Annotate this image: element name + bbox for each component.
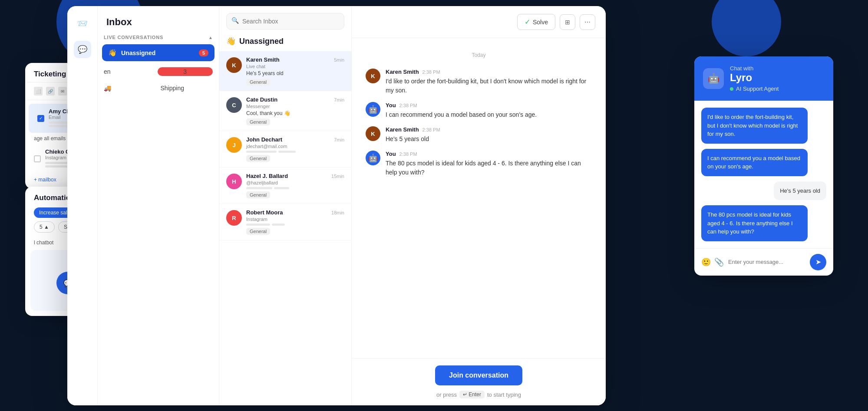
chat-msg-row-3: K Karen Smith 2:38 PM He's 5 years old: [366, 126, 592, 144]
chat-msg-time-4: 2:38 PM: [399, 151, 417, 157]
more-options-btn[interactable]: ⋯: [580, 14, 595, 30]
conv-item-john[interactable]: J John Dechart 7min jdechart@mail.com Ge…: [219, 131, 351, 168]
conv-title-emoji: 👋: [226, 36, 236, 46]
inbox-item-en[interactable]: en 3: [98, 63, 219, 80]
conv-body-robert: Robert Moora 18min Instagram General: [246, 209, 344, 235]
enter-key: ↵ Enter: [459, 391, 485, 398]
unassigned-emoji: 👋: [108, 49, 117, 57]
lyro-status-text: AI Support Agent: [736, 85, 779, 92]
conv-tag-robert: General: [246, 228, 270, 235]
attach-icon[interactable]: 📎: [714, 257, 724, 267]
conv-top-cate: Cate Dustin 7min: [246, 96, 344, 103]
conv-title-text: Unassigned: [239, 37, 284, 46]
live-conv-label: LIVE CONVERSATIONS: [104, 35, 163, 40]
lyro-chat-with: Chat with: [730, 65, 779, 72]
chatbot-label: l chatbot: [34, 240, 53, 246]
conv-source-hazel: @hazeljballard: [246, 180, 344, 185]
solve-label: Solve: [533, 19, 548, 26]
lyro-input-icons-left: 🙂 📎: [701, 257, 724, 267]
chat-msg-row-2: 🤖 You 2:38 PM I can recommend you a mode…: [366, 102, 592, 119]
unassigned-label: Unassigned: [121, 49, 195, 56]
checkbox-chieko[interactable]: [34, 155, 41, 162]
conv-item-hazel[interactable]: H Hazel J. Ballard 15min @hazeljballard …: [219, 168, 351, 204]
conv-lines-hazel: [246, 187, 344, 189]
inbox-title: Inbox: [98, 6, 219, 32]
chat-msg-content-3: Karen Smith 2:38 PM He's 5 years old: [386, 126, 592, 144]
chat-msg-name-2: You: [386, 102, 396, 109]
toolbar-icon-2[interactable]: 🔗: [46, 87, 55, 95]
enter-key-label: ↵ Enter: [463, 391, 481, 398]
lyro-send-button[interactable]: ➤: [810, 254, 826, 270]
chat-area: ✓ Solve ⊞ ⋯ Today K Karen Smith 2:38 PM …: [352, 6, 606, 405]
conv-name-hazel: Hazel J. Ballard: [246, 173, 288, 179]
chat-msg-row-1: K Karen Smith 2:38 PM I'd like to order …: [366, 69, 592, 95]
conv-tag-karen: General: [246, 79, 270, 85]
tag-number[interactable]: 5 ▲: [34, 221, 55, 233]
conv-source-john: jdechart@mail.com: [246, 144, 344, 149]
unassigned-item[interactable]: 👋 Unassigned 5: [102, 44, 215, 61]
search-input[interactable]: [226, 13, 344, 30]
chat-msg-meta-3: Karen Smith 2:38 PM: [386, 126, 592, 133]
chat-msg-text-2: I can recommend you a model based on you…: [386, 110, 592, 119]
lyro-messages: I'd like to order the fort-building kit,…: [694, 101, 833, 248]
to-start-typing-text: to start typing: [487, 391, 521, 398]
lyro-msg-4: The 80 pcs model is ideal for kids aged …: [701, 205, 808, 241]
unassigned-badge: 5: [199, 49, 208, 56]
check-icon: ✓: [525, 18, 530, 26]
chat-msg-meta-4: You 2:38 PM: [386, 151, 592, 157]
lyro-message-input[interactable]: [728, 259, 805, 265]
conv-time-cate: 7min: [334, 97, 344, 102]
conv-avatar-robert: R: [226, 210, 242, 226]
chat-msg-text-3: He's 5 years old: [386, 135, 592, 144]
join-conversation-button[interactable]: Join conversation: [435, 365, 522, 385]
lyro-status: AI Support Agent: [730, 85, 779, 92]
conv-item-robert[interactable]: R Robert Moora 18min Instagram General: [219, 204, 351, 240]
sidebar-icon-inbox[interactable]: 📨: [74, 15, 91, 32]
conv-top-hazel: Hazel J. Ballard 15min: [246, 173, 344, 179]
chat-msg-text-4: The 80 pcs model is ideal for kids aged …: [386, 159, 592, 177]
mailbox-link-text: + mailbox: [34, 177, 56, 183]
conv-item-cate[interactable]: C Cate Dustin 7min Messenger Cool, thank…: [219, 91, 351, 131]
conv-time-karen: 5min: [334, 57, 344, 62]
conv-avatar-karen: K: [226, 57, 242, 73]
chat-msg-name-4: You: [386, 151, 396, 157]
conv-top-karen: Karen Smith 5min: [246, 56, 344, 63]
search-icon: 🔍: [231, 17, 239, 24]
live-conv-header[interactable]: LIVE CONVERSATIONS ▲: [98, 32, 219, 43]
sidebar-icon-chat[interactable]: 💬: [74, 41, 91, 58]
main-panel: 📨 💬 Inbox LIVE CONVERSATIONS ▲ 👋 Unassig…: [67, 6, 606, 405]
chat-msg-avatar-karen-1: K: [366, 69, 380, 83]
toolbar-icon-3[interactable]: ✉: [58, 87, 67, 95]
conv-title: 👋 Unassigned: [219, 35, 351, 51]
conv-lines-robert: [246, 224, 344, 226]
conv-search: 🔍: [219, 6, 351, 35]
transfer-icon-btn[interactable]: ⊞: [560, 14, 575, 30]
checkbox-amy[interactable]: ✓: [37, 115, 44, 122]
solve-button[interactable]: ✓ Solve: [517, 14, 555, 30]
john-line-1: [246, 151, 277, 153]
sidebar: 📨 💬: [67, 6, 98, 405]
conv-tag-john: General: [246, 155, 270, 162]
chat-msg-avatar-karen-2: K: [366, 126, 380, 141]
conv-body-cate: Cate Dustin 7min Messenger Cool, thank y…: [246, 96, 344, 125]
conv-top-robert: Robert Moora 18min: [246, 209, 344, 216]
emoji-icon[interactable]: 🙂: [701, 257, 711, 267]
conv-item-karen[interactable]: K Karen Smith 5min Live chat He's 5 year…: [219, 51, 351, 91]
chat-msg-time-2: 2:38 PM: [399, 103, 417, 108]
chat-header: ✓ Solve ⊞ ⋯: [352, 6, 606, 38]
robert-line-1: [246, 224, 270, 226]
conv-body-karen: Karen Smith 5min Live chat He's 5 years …: [246, 56, 344, 85]
toolbar-icon-1[interactable]: ⬜: [34, 87, 43, 95]
shipping-emoji: 🚚: [104, 85, 156, 92]
conv-name-robert: Robert Moora: [246, 209, 283, 216]
lyro-status-dot: [730, 87, 733, 91]
conv-source-cate: Messenger: [246, 104, 344, 109]
inbox-item-shipping[interactable]: 🚚 Shipping: [98, 80, 219, 96]
chat-msg-meta-2: You 2:38 PM: [386, 102, 592, 109]
inbox-item-en-badge: 3: [158, 67, 213, 76]
chevron-up-icon: ▲: [208, 35, 213, 40]
conv-time-robert: 18min: [331, 210, 344, 215]
lyro-bot-icon: 🤖: [703, 68, 724, 89]
chat-msg-time-1: 2:38 PM: [422, 69, 440, 75]
chat-msg-name-3: Karen Smith: [386, 126, 419, 133]
